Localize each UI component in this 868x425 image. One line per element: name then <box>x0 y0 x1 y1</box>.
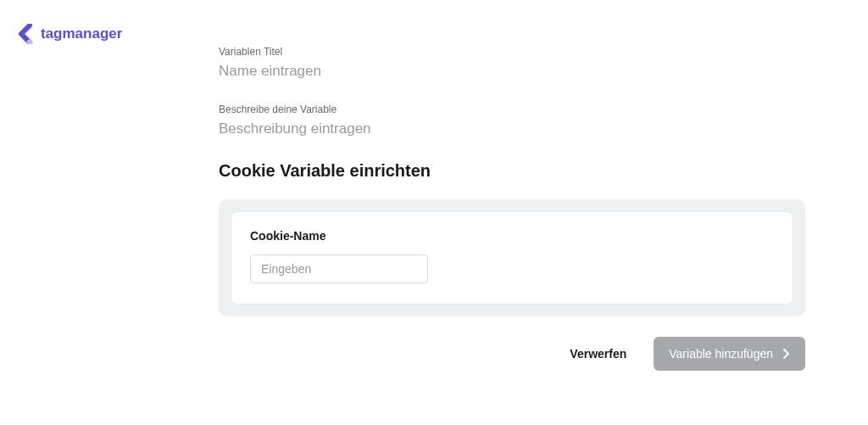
config-card-inner: Cookie-Name <box>231 211 793 305</box>
logo[interactable]: tagmanager <box>17 24 122 44</box>
discard-button[interactable]: Verwerfen <box>566 340 630 367</box>
logo-text: tagmanager <box>41 25 122 42</box>
add-variable-label: Variable hinzufügen <box>669 347 773 361</box>
add-variable-button[interactable]: Variable hinzufügen <box>654 337 805 371</box>
chevron-right-icon <box>783 349 790 359</box>
variable-description-input[interactable]: Beschreibung eintragen <box>219 120 805 137</box>
config-card: Cookie-Name <box>219 199 805 316</box>
variable-title-label: Variablen Titel <box>219 46 805 58</box>
variable-title-input[interactable]: Name eintragen <box>219 63 805 80</box>
cookie-name-label: Cookie-Name <box>250 229 774 243</box>
main-content: Variablen Titel Name eintragen Beschreib… <box>219 46 805 371</box>
variable-title-group: Variablen Titel Name eintragen <box>219 46 805 80</box>
cookie-name-input[interactable] <box>250 254 428 283</box>
logo-icon <box>17 24 36 44</box>
section-title: Cookie Variable einrichten <box>219 161 805 181</box>
variable-description-label: Beschreibe deine Variable <box>219 103 805 115</box>
variable-description-group: Beschreibe deine Variable Beschreibung e… <box>219 103 805 137</box>
actions-row: Verwerfen Variable hinzufügen <box>219 337 805 371</box>
